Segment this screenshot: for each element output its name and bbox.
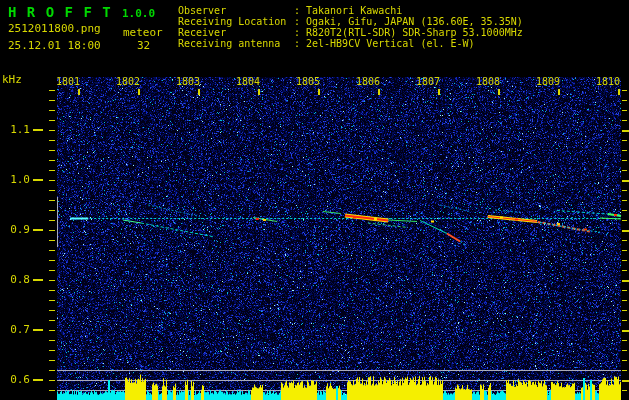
info-label: Receiving Location (178, 16, 294, 27)
freq-tick-label: 0.9 (0, 224, 30, 235)
time-tick-label: 1803 (176, 77, 200, 87)
info-row-observer: Observer:Takanori Kawachi (178, 5, 523, 16)
info-value: 2el-HB9CV Vertical (el. E-W) (306, 38, 475, 49)
time-tick-label: 1808 (476, 77, 500, 87)
time-tick-label: 1802 (116, 77, 140, 87)
output-filename: 2512011800.png (8, 22, 101, 35)
freq-tick-label: 1.1 (0, 124, 30, 135)
time-tick-label: 1810 (596, 77, 620, 87)
freq-tick-label: 1.0 (0, 174, 30, 185)
station-info: Observer:Takanori Kawachi Receiving Loca… (178, 5, 523, 49)
info-row-receiver: Receiver:R820T2(RTL-SDR) SDR-Sharp 53.10… (178, 27, 523, 38)
freq-tick-label: 0.8 (0, 274, 30, 285)
time-tick-label: 1804 (236, 77, 260, 87)
observation-datetime: 25.12.01 18:00 (8, 39, 101, 52)
observation-mode: meteor (123, 26, 163, 39)
info-value: R820T2(RTL-SDR) SDR-Sharp 53.1000MHz (306, 27, 523, 38)
info-separator: : (294, 38, 306, 49)
info-separator: : (294, 5, 306, 16)
hrofft-spectrogram-page: H R O F F T 1.0.0 2512011800.png meteor … (0, 0, 629, 400)
echo-count: 32 (137, 39, 150, 52)
freq-axis-unit-label: kHz (2, 73, 22, 86)
info-label: Observer (178, 5, 294, 16)
info-row-location: Receiving Location:Ogaki, Gifu, JAPAN (1… (178, 16, 523, 27)
info-row-antenna: Receiving antenna:2el-HB9CV Vertical (el… (178, 38, 523, 49)
freq-tick-label: 0.6 (0, 374, 30, 385)
info-separator: : (294, 27, 306, 38)
info-label: Receiving antenna (178, 38, 294, 49)
time-tick-label: 1805 (296, 77, 320, 87)
time-tick-label: 1801 (56, 77, 80, 87)
spectrogram-canvas (0, 0, 629, 400)
info-value: Takanori Kawachi (306, 5, 402, 16)
app-version: 1.0.0 (122, 7, 155, 20)
info-label: Receiver (178, 27, 294, 38)
time-tick-label: 1806 (356, 77, 380, 87)
freq-tick-label: 0.7 (0, 324, 30, 335)
time-tick-label: 1809 (536, 77, 560, 87)
info-value: Ogaki, Gifu, JAPAN (136.60E, 35.35N) (306, 16, 523, 27)
app-title: H R O F F T (8, 4, 112, 20)
info-separator: : (294, 16, 306, 27)
time-tick-label: 1807 (416, 77, 440, 87)
